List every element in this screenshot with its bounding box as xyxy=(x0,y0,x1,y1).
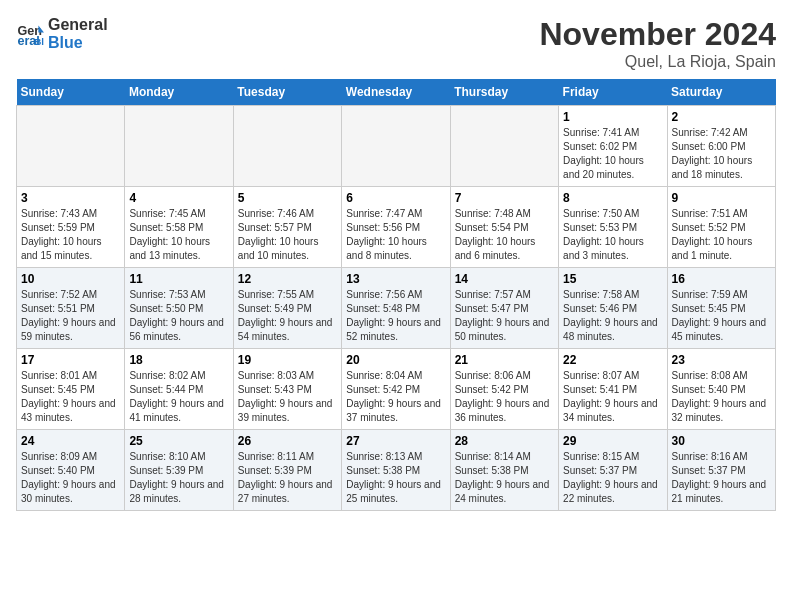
calendar-row: 3Sunrise: 7:43 AM Sunset: 5:59 PM Daylig… xyxy=(17,187,776,268)
logo-line1: General xyxy=(48,16,108,34)
day-number: 5 xyxy=(238,191,337,205)
calendar-cell: 24Sunrise: 8:09 AM Sunset: 5:40 PM Dayli… xyxy=(17,430,125,511)
day-info: Sunrise: 8:10 AM Sunset: 5:39 PM Dayligh… xyxy=(129,450,228,506)
calendar-row: 10Sunrise: 7:52 AM Sunset: 5:51 PM Dayli… xyxy=(17,268,776,349)
day-number: 18 xyxy=(129,353,228,367)
day-number: 24 xyxy=(21,434,120,448)
day-info: Sunrise: 7:58 AM Sunset: 5:46 PM Dayligh… xyxy=(563,288,662,344)
weekday-header: Sunday xyxy=(17,79,125,106)
calendar-cell: 9Sunrise: 7:51 AM Sunset: 5:52 PM Daylig… xyxy=(667,187,775,268)
calendar-cell: 18Sunrise: 8:02 AM Sunset: 5:44 PM Dayli… xyxy=(125,349,233,430)
calendar-cell: 3Sunrise: 7:43 AM Sunset: 5:59 PM Daylig… xyxy=(17,187,125,268)
day-number: 4 xyxy=(129,191,228,205)
calendar-cell: 12Sunrise: 7:55 AM Sunset: 5:49 PM Dayli… xyxy=(233,268,341,349)
calendar-body: 1Sunrise: 7:41 AM Sunset: 6:02 PM Daylig… xyxy=(17,106,776,511)
day-info: Sunrise: 7:55 AM Sunset: 5:49 PM Dayligh… xyxy=(238,288,337,344)
calendar-cell: 22Sunrise: 8:07 AM Sunset: 5:41 PM Dayli… xyxy=(559,349,667,430)
day-number: 21 xyxy=(455,353,554,367)
day-info: Sunrise: 8:02 AM Sunset: 5:44 PM Dayligh… xyxy=(129,369,228,425)
day-number: 19 xyxy=(238,353,337,367)
day-number: 27 xyxy=(346,434,445,448)
day-number: 16 xyxy=(672,272,771,286)
calendar-cell: 27Sunrise: 8:13 AM Sunset: 5:38 PM Dayli… xyxy=(342,430,450,511)
day-info: Sunrise: 7:50 AM Sunset: 5:53 PM Dayligh… xyxy=(563,207,662,263)
calendar-cell: 8Sunrise: 7:50 AM Sunset: 5:53 PM Daylig… xyxy=(559,187,667,268)
calendar-cell: 2Sunrise: 7:42 AM Sunset: 6:00 PM Daylig… xyxy=(667,106,775,187)
day-info: Sunrise: 7:53 AM Sunset: 5:50 PM Dayligh… xyxy=(129,288,228,344)
calendar-row: 17Sunrise: 8:01 AM Sunset: 5:45 PM Dayli… xyxy=(17,349,776,430)
month-title: November 2024 xyxy=(539,16,776,53)
svg-text:Blue: Blue xyxy=(34,36,44,47)
day-number: 2 xyxy=(672,110,771,124)
calendar-table: SundayMondayTuesdayWednesdayThursdayFrid… xyxy=(16,79,776,511)
calendar-cell: 13Sunrise: 7:56 AM Sunset: 5:48 PM Dayli… xyxy=(342,268,450,349)
calendar-cell xyxy=(450,106,558,187)
day-number: 14 xyxy=(455,272,554,286)
day-number: 7 xyxy=(455,191,554,205)
day-info: Sunrise: 8:08 AM Sunset: 5:40 PM Dayligh… xyxy=(672,369,771,425)
day-info: Sunrise: 8:16 AM Sunset: 5:37 PM Dayligh… xyxy=(672,450,771,506)
day-info: Sunrise: 8:14 AM Sunset: 5:38 PM Dayligh… xyxy=(455,450,554,506)
day-info: Sunrise: 8:04 AM Sunset: 5:42 PM Dayligh… xyxy=(346,369,445,425)
calendar-cell: 28Sunrise: 8:14 AM Sunset: 5:38 PM Dayli… xyxy=(450,430,558,511)
day-info: Sunrise: 7:57 AM Sunset: 5:47 PM Dayligh… xyxy=(455,288,554,344)
day-info: Sunrise: 7:43 AM Sunset: 5:59 PM Dayligh… xyxy=(21,207,120,263)
weekday-header: Friday xyxy=(559,79,667,106)
calendar-cell xyxy=(125,106,233,187)
day-info: Sunrise: 8:06 AM Sunset: 5:42 PM Dayligh… xyxy=(455,369,554,425)
weekday-header: Saturday xyxy=(667,79,775,106)
location: Quel, La Rioja, Spain xyxy=(539,53,776,71)
day-number: 12 xyxy=(238,272,337,286)
title-block: November 2024 Quel, La Rioja, Spain xyxy=(539,16,776,71)
calendar-cell: 20Sunrise: 8:04 AM Sunset: 5:42 PM Dayli… xyxy=(342,349,450,430)
calendar-row: 1Sunrise: 7:41 AM Sunset: 6:02 PM Daylig… xyxy=(17,106,776,187)
day-info: Sunrise: 7:41 AM Sunset: 6:02 PM Dayligh… xyxy=(563,126,662,182)
calendar-cell: 10Sunrise: 7:52 AM Sunset: 5:51 PM Dayli… xyxy=(17,268,125,349)
day-number: 26 xyxy=(238,434,337,448)
logo-line2: Blue xyxy=(48,34,108,52)
calendar-cell: 23Sunrise: 8:08 AM Sunset: 5:40 PM Dayli… xyxy=(667,349,775,430)
calendar-cell xyxy=(342,106,450,187)
day-number: 3 xyxy=(21,191,120,205)
logo: Gen eral Blue General Blue xyxy=(16,16,108,51)
day-number: 10 xyxy=(21,272,120,286)
calendar-cell: 6Sunrise: 7:47 AM Sunset: 5:56 PM Daylig… xyxy=(342,187,450,268)
calendar-header-row: SundayMondayTuesdayWednesdayThursdayFrid… xyxy=(17,79,776,106)
day-info: Sunrise: 8:15 AM Sunset: 5:37 PM Dayligh… xyxy=(563,450,662,506)
day-number: 20 xyxy=(346,353,445,367)
calendar-cell: 14Sunrise: 7:57 AM Sunset: 5:47 PM Dayli… xyxy=(450,268,558,349)
day-number: 11 xyxy=(129,272,228,286)
calendar-cell: 4Sunrise: 7:45 AM Sunset: 5:58 PM Daylig… xyxy=(125,187,233,268)
day-number: 28 xyxy=(455,434,554,448)
day-info: Sunrise: 7:48 AM Sunset: 5:54 PM Dayligh… xyxy=(455,207,554,263)
calendar-cell: 16Sunrise: 7:59 AM Sunset: 5:45 PM Dayli… xyxy=(667,268,775,349)
calendar-cell: 26Sunrise: 8:11 AM Sunset: 5:39 PM Dayli… xyxy=(233,430,341,511)
day-number: 25 xyxy=(129,434,228,448)
day-info: Sunrise: 7:51 AM Sunset: 5:52 PM Dayligh… xyxy=(672,207,771,263)
calendar-cell: 25Sunrise: 8:10 AM Sunset: 5:39 PM Dayli… xyxy=(125,430,233,511)
day-info: Sunrise: 7:56 AM Sunset: 5:48 PM Dayligh… xyxy=(346,288,445,344)
day-info: Sunrise: 8:07 AM Sunset: 5:41 PM Dayligh… xyxy=(563,369,662,425)
day-number: 23 xyxy=(672,353,771,367)
day-info: Sunrise: 8:13 AM Sunset: 5:38 PM Dayligh… xyxy=(346,450,445,506)
day-number: 17 xyxy=(21,353,120,367)
page-header: Gen eral Blue General Blue November 2024… xyxy=(16,16,776,71)
calendar-row: 24Sunrise: 8:09 AM Sunset: 5:40 PM Dayli… xyxy=(17,430,776,511)
calendar-cell: 21Sunrise: 8:06 AM Sunset: 5:42 PM Dayli… xyxy=(450,349,558,430)
weekday-header: Tuesday xyxy=(233,79,341,106)
day-info: Sunrise: 7:46 AM Sunset: 5:57 PM Dayligh… xyxy=(238,207,337,263)
calendar-cell: 7Sunrise: 7:48 AM Sunset: 5:54 PM Daylig… xyxy=(450,187,558,268)
calendar-cell: 11Sunrise: 7:53 AM Sunset: 5:50 PM Dayli… xyxy=(125,268,233,349)
calendar-cell: 19Sunrise: 8:03 AM Sunset: 5:43 PM Dayli… xyxy=(233,349,341,430)
calendar-cell xyxy=(17,106,125,187)
calendar-cell: 1Sunrise: 7:41 AM Sunset: 6:02 PM Daylig… xyxy=(559,106,667,187)
day-number: 29 xyxy=(563,434,662,448)
day-number: 8 xyxy=(563,191,662,205)
day-number: 30 xyxy=(672,434,771,448)
calendar-cell: 17Sunrise: 8:01 AM Sunset: 5:45 PM Dayli… xyxy=(17,349,125,430)
logo-icon: Gen eral Blue xyxy=(16,20,44,48)
day-info: Sunrise: 7:42 AM Sunset: 6:00 PM Dayligh… xyxy=(672,126,771,182)
day-info: Sunrise: 7:47 AM Sunset: 5:56 PM Dayligh… xyxy=(346,207,445,263)
calendar-cell xyxy=(233,106,341,187)
calendar-cell: 5Sunrise: 7:46 AM Sunset: 5:57 PM Daylig… xyxy=(233,187,341,268)
